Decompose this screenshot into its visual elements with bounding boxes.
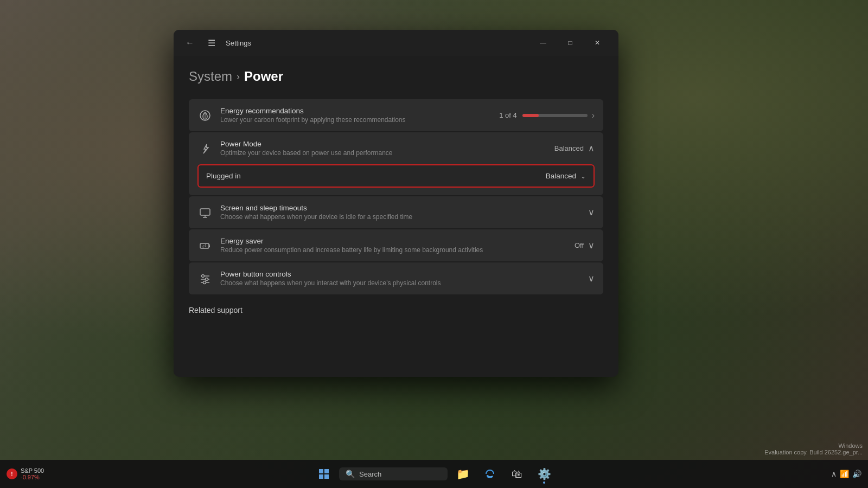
power-mode-svg-icon — [199, 143, 211, 155]
power-mode-right: Balanced ∧ — [554, 143, 595, 153]
window-controls: — □ ✕ — [531, 34, 610, 52]
energy-saver-chevron-down-icon: ∨ — [588, 240, 595, 251]
settings-taskbar-button[interactable]: ⚙️ — [532, 462, 556, 486]
power-button-text: Power button controls Choose what happen… — [220, 270, 580, 287]
power-mode-header[interactable]: Power Mode Optimize your device based on… — [189, 132, 603, 164]
power-mode-value: Balanced — [554, 144, 584, 152]
screen-sleep-icon — [197, 205, 213, 220]
chevron-up-tray-icon[interactable]: ∧ — [831, 470, 837, 478]
plugged-in-label: Plugged in — [206, 172, 241, 180]
breadcrumb-parent[interactable]: System — [189, 69, 232, 84]
svg-point-13 — [203, 281, 206, 284]
volume-icon[interactable]: 🔊 — [852, 470, 861, 478]
screen-sleep-text: Screen and sleep timeouts Choose what ha… — [220, 204, 580, 221]
watermark-line2: Evaluation copy. Build 26252.ge_pr... — [764, 449, 863, 455]
plugged-in-chevron-down-icon: ⌄ — [580, 172, 586, 180]
energy-saver-right: Off ∨ — [575, 240, 595, 251]
taskbar: ! S&P 500 -0.97% 🔍 Searc — [0, 460, 868, 488]
title-bar-left: ← ☰ Settings — [182, 35, 524, 50]
plugged-in-select[interactable]: Balanced ⌄ — [546, 172, 586, 180]
folder-icon: 📁 — [456, 467, 470, 480]
stock-widget[interactable]: ! S&P 500 -0.97% — [7, 467, 44, 480]
network-icon[interactable]: 📶 — [840, 470, 849, 478]
energy-saver-item[interactable]: Energy saver Reduce power consumption an… — [189, 229, 603, 261]
store-icon: 🛍 — [512, 468, 522, 480]
sliders-icon — [199, 273, 211, 285]
taskbar-left: ! S&P 500 -0.97% — [7, 467, 44, 480]
energy-saver-desc: Reduce power consumption and increase ba… — [220, 246, 567, 254]
monitor-icon — [199, 207, 211, 219]
search-icon: 🔍 — [346, 470, 355, 478]
progress-area: 1 of 4 — [499, 111, 588, 119]
close-button[interactable]: ✕ — [585, 34, 610, 52]
watermark-line1: Windows — [764, 442, 863, 449]
settings-window: ← ☰ Settings — □ ✕ — [174, 30, 618, 377]
svg-rect-15 — [324, 469, 329, 473]
stock-info: S&P 500 -0.97% — [21, 467, 44, 480]
progress-track — [522, 114, 588, 117]
power-mode-item: Power Mode Optimize your device based on… — [189, 132, 603, 195]
taskbar-search-bar[interactable]: 🔍 Search — [339, 467, 448, 480]
energy-saver-title: Energy saver — [220, 237, 567, 245]
settings-list: Energy recommendations Lower your carbon… — [189, 99, 603, 294]
energy-saver-text: Energy saver Reduce power consumption an… — [220, 237, 567, 254]
breadcrumb: System › Power — [189, 69, 603, 84]
edge-icon — [484, 468, 495, 479]
ms-store-button[interactable]: 🛍 — [505, 462, 529, 486]
energy-recommendations-item[interactable]: Energy recommendations Lower your carbon… — [189, 99, 603, 131]
power-button-icon — [197, 271, 213, 286]
minimize-button[interactable]: — — [531, 34, 556, 52]
svg-rect-16 — [319, 474, 323, 479]
progress-text: 1 of 4 — [499, 111, 517, 119]
svg-point-11 — [206, 278, 208, 280]
screen-sleep-right: ∨ — [588, 207, 595, 217]
svg-point-9 — [202, 274, 205, 277]
power-button-right: ∨ — [588, 273, 595, 284]
energy-recommendations-icon — [197, 108, 213, 123]
taskbar-center: 🔍 Search 📁 🛍 ⚙️ — [312, 462, 556, 486]
windows-logo-icon — [319, 469, 329, 479]
menu-button[interactable]: ☰ — [204, 35, 219, 50]
edge-browser-button[interactable] — [478, 462, 502, 486]
energy-saver-value: Off — [575, 241, 584, 249]
related-support: Related support — [189, 305, 603, 315]
power-mode-chevron-up-icon: ∧ — [588, 143, 595, 153]
progress-fill — [522, 114, 539, 117]
file-explorer-button[interactable]: 📁 — [451, 462, 475, 486]
system-tray: ∧ 📶 🔊 — [831, 470, 861, 478]
svg-rect-2 — [200, 209, 210, 215]
taskbar-right: ∧ 📶 🔊 — [831, 470, 861, 478]
power-button-chevron-down-icon: ∨ — [588, 273, 595, 284]
power-mode-expanded: Plugged in Balanced ⌄ — [189, 164, 603, 195]
plugged-in-row[interactable]: Plugged in Balanced ⌄ — [197, 164, 595, 188]
energy-recommendations-right: 1 of 4 › — [499, 111, 595, 120]
stock-change: -0.97% — [21, 474, 44, 480]
leaf-icon — [199, 110, 211, 121]
power-button-title: Power button controls — [220, 270, 580, 278]
energy-recommendations-title: Energy recommendations — [220, 107, 492, 115]
desktop: ← ☰ Settings — □ ✕ — [0, 0, 868, 488]
screen-sleep-item[interactable]: Screen and sleep timeouts Choose what ha… — [189, 196, 603, 228]
window-title: Settings — [226, 39, 251, 47]
breadcrumb-separator: › — [237, 71, 240, 82]
windows-start-button[interactable] — [312, 462, 336, 486]
stock-name: S&P 500 — [21, 467, 44, 474]
stock-alert-icon: ! — [7, 468, 17, 479]
energy-saver-icon — [197, 238, 213, 253]
windows-watermark: Windows Evaluation copy. Build 26252.ge_… — [764, 442, 863, 455]
power-mode-text: Power Mode Optimize your device based on… — [220, 140, 547, 157]
power-button-item[interactable]: Power button controls Choose what happen… — [189, 262, 603, 294]
power-button-desc: Choose what happens when you interact wi… — [220, 279, 580, 287]
back-button[interactable]: ← — [182, 35, 197, 50]
power-mode-title: Power Mode — [220, 140, 547, 148]
search-label: Search — [359, 470, 381, 478]
breadcrumb-current: Power — [244, 69, 283, 84]
related-support-title[interactable]: Related support — [189, 306, 242, 314]
maximize-button[interactable]: □ — [558, 34, 583, 52]
power-mode-desc: Optimize your device based on power use … — [220, 149, 547, 157]
svg-rect-14 — [319, 469, 323, 473]
title-bar: ← ☰ Settings — □ ✕ — [174, 30, 618, 56]
energy-recommendations-desc: Lower your carbon footprint by applying … — [220, 116, 492, 124]
chevron-right-icon: › — [592, 111, 595, 120]
window-content: System › Power — [174, 56, 618, 377]
